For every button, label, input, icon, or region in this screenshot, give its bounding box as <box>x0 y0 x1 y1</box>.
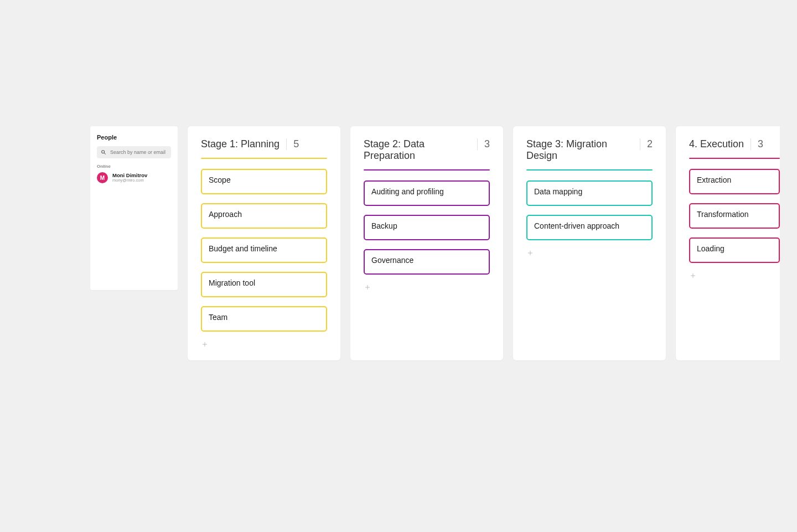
card-accent <box>689 228 780 230</box>
card-accent <box>689 193 780 196</box>
card-label: Approach <box>209 210 242 219</box>
card-label: Data mapping <box>534 187 582 196</box>
card[interactable]: Auditing and profiling <box>364 180 490 206</box>
search-input[interactable] <box>97 146 171 158</box>
search-field-wrap <box>97 146 171 158</box>
svg-point-0 <box>102 151 105 153</box>
card-label: Loading <box>697 244 724 253</box>
add-card-button[interactable] <box>364 283 371 291</box>
card-label: Backup <box>371 221 397 230</box>
card[interactable]: Data mapping <box>526 180 653 206</box>
plus-icon <box>364 284 371 291</box>
column-title: Stage 1: Planning <box>201 138 280 150</box>
card-accent <box>201 228 327 230</box>
cards-list: ScopeApproachBudget and timelineMigratio… <box>201 169 327 332</box>
column-header[interactable]: 4. Execution3 <box>689 138 780 150</box>
column: Stage 1: Planning5ScopeApproachBudget an… <box>188 126 340 360</box>
column-header[interactable]: Stage 2: Data Preparation3 <box>364 138 490 162</box>
card-label: Migration tool <box>209 278 255 287</box>
card-label: Content-driven approach <box>534 221 619 230</box>
column-title: Stage 3: Migration Design <box>526 138 633 162</box>
column-count: 5 <box>286 138 299 150</box>
online-label: Online <box>97 164 171 169</box>
card-label: Extraction <box>697 175 731 184</box>
cards-list: Auditing and profilingBackupGovernance <box>364 180 490 275</box>
add-card-button[interactable] <box>689 272 697 280</box>
column-count: 3 <box>751 138 763 150</box>
add-card-button[interactable] <box>201 340 209 348</box>
plus-icon <box>201 341 208 348</box>
card-label: Transformation <box>697 210 749 219</box>
card-accent <box>364 239 490 242</box>
card[interactable]: Content-driven approach <box>526 215 653 240</box>
person-email: mony@miro.com <box>112 178 147 183</box>
column-count: 2 <box>640 138 653 150</box>
card-accent <box>526 239 653 242</box>
column-header[interactable]: Stage 1: Planning5 <box>201 138 327 150</box>
card-accent <box>364 273 490 276</box>
cards-list: ExtractionTransformationLoading <box>689 169 780 263</box>
card[interactable]: Loading <box>689 237 780 263</box>
card-accent <box>526 205 653 208</box>
person-meta: Moni Dimitrov mony@miro.com <box>112 173 147 183</box>
people-panel: People Online M Moni Dimitrov mony@miro.… <box>90 126 178 290</box>
search-icon <box>101 149 106 155</box>
card[interactable]: Migration tool <box>201 272 327 297</box>
cards-list: Data mappingContent-driven approach <box>526 180 653 240</box>
card[interactable]: Backup <box>364 215 490 240</box>
svg-line-1 <box>104 153 106 154</box>
canvas: People Online M Moni Dimitrov mony@miro.… <box>0 0 797 532</box>
avatar: M <box>97 172 108 183</box>
column-underline <box>526 169 653 171</box>
add-card-button[interactable] <box>526 249 534 257</box>
board: People Online M Moni Dimitrov mony@miro.… <box>90 126 780 360</box>
column: Stage 3: Migration Design2Data mappingCo… <box>513 126 666 360</box>
people-title: People <box>97 134 171 141</box>
card-accent <box>201 296 327 299</box>
column-title: 4. Execution <box>689 138 744 150</box>
card-accent <box>201 193 327 196</box>
card-accent <box>364 205 490 208</box>
card[interactable]: Budget and timeline <box>201 237 327 263</box>
card-accent <box>201 262 327 265</box>
card-label: Auditing and profiling <box>371 187 444 196</box>
card-accent <box>689 262 780 265</box>
plus-icon <box>690 272 696 279</box>
column-underline <box>364 169 490 171</box>
card-label: Team <box>209 313 227 322</box>
column-count: 3 <box>477 138 490 150</box>
column: 4. Execution3ExtractionTransformationLoa… <box>676 126 780 360</box>
column: Stage 2: Data Preparation3Auditing and p… <box>350 126 503 360</box>
card-label: Governance <box>371 256 413 265</box>
card-label: Scope <box>209 175 231 184</box>
plus-icon <box>527 250 534 256</box>
column-header[interactable]: Stage 3: Migration Design2 <box>526 138 653 162</box>
column-underline <box>689 158 780 159</box>
card[interactable]: Transformation <box>689 203 780 229</box>
column-title: Stage 2: Data Preparation <box>364 138 470 162</box>
card[interactable]: Extraction <box>689 169 780 194</box>
card[interactable]: Team <box>201 306 327 332</box>
person-row[interactable]: M Moni Dimitrov mony@miro.com <box>97 172 171 183</box>
card-label: Budget and timeline <box>209 244 277 253</box>
card[interactable]: Approach <box>201 203 327 229</box>
card[interactable]: Scope <box>201 169 327 194</box>
columns-container: Stage 1: Planning5ScopeApproachBudget an… <box>188 126 780 360</box>
card-accent <box>201 330 327 333</box>
card[interactable]: Governance <box>364 249 490 275</box>
column-underline <box>201 158 327 159</box>
